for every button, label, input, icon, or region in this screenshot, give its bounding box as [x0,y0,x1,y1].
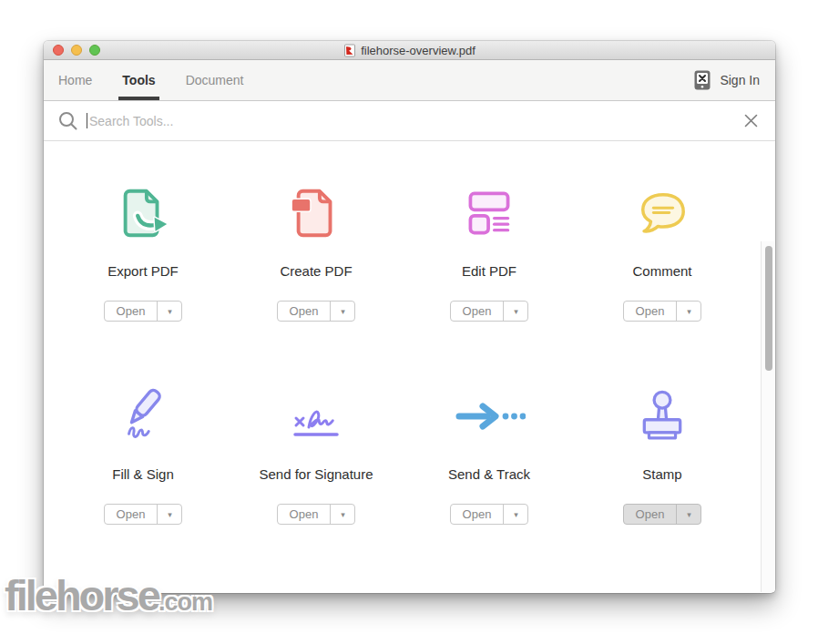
tool-card-export-pdf: Export PDF Open ▾ [56,176,230,322]
open-dropdown-button[interactable]: ▾ [503,302,527,321]
open-button-comment[interactable]: Open ▾ [623,301,702,322]
tool-label: Export PDF [107,263,179,279]
zoom-button[interactable] [89,45,100,56]
stamp-icon [635,379,690,454]
tab-document[interactable]: Document [184,60,246,100]
open-button-label[interactable]: Open [624,505,677,524]
open-dropdown-button[interactable]: ▾ [503,505,527,524]
open-button-label[interactable]: Open [624,302,677,321]
open-button-send-for-signature[interactable]: Open ▾ [277,504,356,525]
tool-card-send-for-signature: Send for Signature Open ▾ [230,379,403,525]
title-bar: filehorse-overview.pdf [44,41,775,60]
tool-card-comment: Comment Open ▾ [576,176,749,322]
sign-in-button[interactable]: Sign In [694,60,760,100]
tool-label: Stamp [642,466,681,482]
filehorse-watermark: filehorse.com [5,570,212,620]
tab-home[interactable]: Home [56,60,94,100]
send-for-signature-icon [285,379,347,454]
open-button-stamp[interactable]: Open ▾ [623,504,702,525]
open-dropdown-button[interactable]: ▾ [330,302,354,321]
tools-row-1: Export PDF Open ▾ Create PDF [44,141,775,322]
watermark-text: filehorse [5,570,158,620]
close-search-icon[interactable] [743,113,759,128]
sign-in-label: Sign In [720,73,760,87]
close-button[interactable] [53,45,64,56]
app-window: filehorse-overview.pdf Home Tools Docume… [44,41,775,593]
tool-label: Fill & Sign [112,466,174,482]
comment-icon [633,176,691,250]
tool-label: Comment [632,263,691,279]
open-button-label[interactable]: Open [278,302,331,321]
create-pdf-icon [288,176,344,250]
open-button-export-pdf[interactable]: Open ▾ [104,301,183,322]
open-button-label[interactable]: Open [451,302,504,321]
open-button-fill-sign[interactable]: Open ▾ [104,504,183,525]
tool-card-create-pdf: Create PDF Open ▾ [230,176,403,322]
open-button-send-track[interactable]: Open ▾ [450,504,529,525]
open-button-label[interactable]: Open [278,505,331,524]
window-title: filehorse-overview.pdf [361,44,475,57]
open-button-create-pdf[interactable]: Open ▾ [277,301,356,322]
tab-document-label: Document [186,73,244,87]
open-dropdown-button[interactable]: ▾ [157,505,181,524]
tab-bar: Home Tools Document Sign In [44,60,775,101]
tool-label: Create PDF [280,263,352,279]
open-dropdown-button[interactable]: ▾ [676,302,700,321]
open-button-label[interactable]: Open [105,302,158,321]
open-dropdown-button[interactable]: ▾ [330,505,354,524]
scrollbar-thumb[interactable] [765,246,772,371]
search-icon [58,111,78,131]
export-pdf-icon [115,176,171,250]
text-cursor [87,113,87,128]
open-dropdown-button[interactable]: ▾ [157,302,181,321]
open-button-label[interactable]: Open [105,505,158,524]
open-button-label[interactable]: Open [451,505,504,524]
tool-card-stamp: Stamp Open ▾ [576,379,749,525]
fill-sign-icon [115,379,171,454]
tools-row-2: Fill & Sign Open ▾ Send for Signature Op… [44,322,775,525]
active-tab-underline [118,97,158,100]
edit-pdf-icon [462,176,516,250]
tool-card-fill-sign: Fill & Sign Open ▾ [56,379,230,525]
search-input[interactable] [89,114,743,128]
tools-panel: Export PDF Open ▾ Create PDF [44,141,775,592]
open-dropdown-button[interactable]: ▾ [676,505,700,524]
window-title-group: filehorse-overview.pdf [343,44,475,57]
traffic-lights [53,45,100,56]
sign-in-badge-icon [694,70,711,90]
scrollbar-track[interactable] [761,241,775,592]
search-bar [44,101,775,141]
tool-card-edit-pdf: Edit PDF Open ▾ [403,176,576,322]
pdf-file-icon [343,44,356,57]
watermark-suffix: .com [158,588,212,617]
tab-tools[interactable]: Tools [120,60,157,100]
tab-home-label: Home [58,73,92,87]
minimize-button[interactable] [71,45,82,56]
tool-card-send-track: Send & Track Open ▾ [403,379,576,525]
tab-tools-label: Tools [122,73,155,87]
tool-label: Edit PDF [462,263,516,279]
send-and-track-icon [453,379,526,454]
open-button-edit-pdf[interactable]: Open ▾ [450,301,529,322]
tool-label: Send for Signature [259,466,373,482]
tool-label: Send & Track [448,466,530,482]
